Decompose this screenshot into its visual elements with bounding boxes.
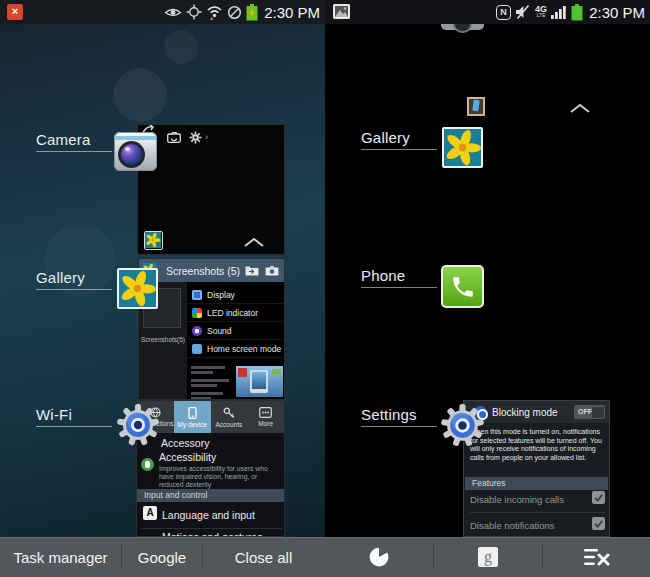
blocking-mode-status-icon: [227, 5, 242, 20]
task-switcher-screenshots: × 2:30 PM Camera: [0, 0, 650, 577]
network-lte-label: LTE: [537, 14, 546, 19]
camera-settings-gear-icon: [189, 131, 202, 144]
camera-settings-expand-icon: ›: [205, 132, 208, 142]
blocking-mode-toggle: OFF: [574, 405, 605, 419]
disable-incoming-calls-label: Disable incoming calls: [470, 494, 564, 505]
network-4g-lte-icon: 4G LTE: [535, 5, 547, 19]
close-all-button[interactable]: [543, 537, 650, 577]
camera-icon-lens: [118, 141, 145, 168]
tab-label: Accounts: [216, 421, 243, 428]
photo-chip: [272, 369, 281, 376]
battery-full-icon: [571, 4, 583, 21]
pie-chart-icon: [368, 546, 390, 568]
close-all-button[interactable]: Close all: [203, 537, 324, 577]
tab-accounts: Accounts: [211, 401, 248, 433]
preview-item-label: Home screen mode: [207, 344, 281, 354]
camera-task-thumbnail[interactable]: ›: [137, 124, 285, 255]
right-status-bar: N 4G LTE 2:30 PM: [325, 0, 650, 24]
camera-drawer-chevron-icon: [569, 102, 591, 114]
led-indicator-icon: [192, 308, 202, 318]
screenshot-captured-icon: [333, 4, 350, 19]
nfc-icon: N: [496, 5, 511, 20]
blocking-mode-description: When this mode is turned on, notificatio…: [470, 428, 608, 463]
meta-text-bar: [191, 366, 225, 369]
google-button[interactable]: Google: [122, 537, 202, 577]
right-screen: N 4G LTE 2:30 PM: [325, 0, 650, 577]
google-button[interactable]: g: [434, 537, 542, 577]
settings-app-icon[interactable]: [440, 403, 485, 448]
divider: [470, 512, 605, 513]
tab-more: More: [247, 401, 284, 433]
sound-icon: [192, 326, 202, 336]
camera-last-photo-preview: [144, 231, 163, 250]
task-label-gallery: Gallery: [361, 129, 410, 146]
accessibility-icon: [141, 458, 154, 471]
blocking-mode-header: Blocking mode OFF: [464, 401, 609, 423]
label-underline: [36, 289, 112, 290]
preview-list-item: Sound: [187, 322, 284, 340]
divider: [141, 528, 282, 529]
gallery-preview-header: Screenshots (5): [139, 259, 284, 282]
wifi-icon: [206, 4, 223, 21]
left-bottom-bar: Task manager Google Close all: [0, 537, 325, 577]
task-manager-button[interactable]: Task manager: [0, 537, 121, 577]
task-label-phone: Phone: [361, 267, 405, 284]
left-clock: 2:30 PM: [264, 4, 320, 21]
preview-item-label: Display: [207, 290, 235, 300]
gallery-album-title: Screenshots (5): [166, 265, 240, 277]
toggle-off-label: OFF: [578, 405, 592, 419]
toggle-knob: [592, 406, 604, 418]
settings-task-thumbnail[interactable]: Blocking mode OFF When this mode is turn…: [463, 400, 610, 537]
settings-item-accessibility: Accessibility: [159, 451, 216, 463]
left-status-bar: × 2:30 PM: [0, 0, 325, 24]
task-manager-button[interactable]: [325, 537, 433, 577]
label-underline: [36, 151, 112, 152]
task-label-wifi: Wi-Fi: [36, 406, 72, 423]
meta-text-bar: [191, 379, 229, 382]
disable-notifications-label: Disable notifications: [470, 520, 555, 531]
settings-item-accessory: Accessory: [161, 437, 209, 449]
left-screen: × 2:30 PM Camera: [0, 0, 325, 577]
camera-last-photo-preview: [467, 97, 485, 116]
meta-text-bar: [191, 392, 223, 395]
tab-my-device: My device: [174, 401, 211, 433]
move-to-folder-icon: [245, 265, 259, 276]
gallery-task-thumbnail[interactable]: Screenshots (5) Screenshots(5) Displa: [138, 258, 285, 400]
camera-lens-cut-edge: [453, 24, 472, 33]
close-all-icon: [584, 547, 610, 567]
phone-app-icon[interactable]: [441, 265, 484, 308]
camera-shortcut-icon: [265, 266, 279, 276]
switch-camera-icon: [167, 132, 181, 143]
smart-stay-eye-icon: [164, 6, 182, 19]
right-bottom-bar: g: [325, 537, 650, 577]
gps-location-icon: [186, 4, 202, 20]
checkbox-checked-icon: [592, 517, 605, 530]
camera-icon-stripe: [115, 136, 156, 140]
gallery-app-icon[interactable]: [442, 127, 483, 168]
battery-charging-icon: [246, 4, 258, 21]
task-label-settings: Settings: [361, 406, 417, 423]
section-header-features: Features: [465, 477, 608, 490]
task-label-camera: Camera: [36, 131, 91, 148]
photo-tablet-screen: [252, 372, 266, 389]
gallery-app-icon[interactable]: [117, 268, 158, 309]
preview-list-item: Home screen mode: [187, 340, 284, 358]
settings-app-icon[interactable]: [116, 403, 160, 447]
label-underline: [361, 149, 437, 150]
accessibility-description: Improves accessibility for users who hav…: [159, 465, 277, 490]
camera-app-icon[interactable]: [114, 132, 157, 171]
label-underline: [361, 287, 437, 288]
tab-label: More: [258, 420, 273, 427]
display-icon: [192, 290, 202, 300]
signal-strength-icon: [551, 5, 567, 19]
settings-item-language: Language and input: [162, 509, 255, 521]
meta-text-bar: [191, 371, 213, 374]
checkbox-checked-icon: [592, 491, 605, 504]
right-clock: 2:30 PM: [589, 4, 645, 21]
tab-label: My device: [177, 421, 206, 428]
preview-item-label: LED indicator: [207, 308, 258, 318]
camera-drawer-chevron-icon: [243, 236, 265, 248]
task-label-gallery: Gallery: [36, 269, 85, 286]
preview-item-label: Sound: [207, 326, 232, 336]
notification-icon: ×: [7, 4, 23, 20]
